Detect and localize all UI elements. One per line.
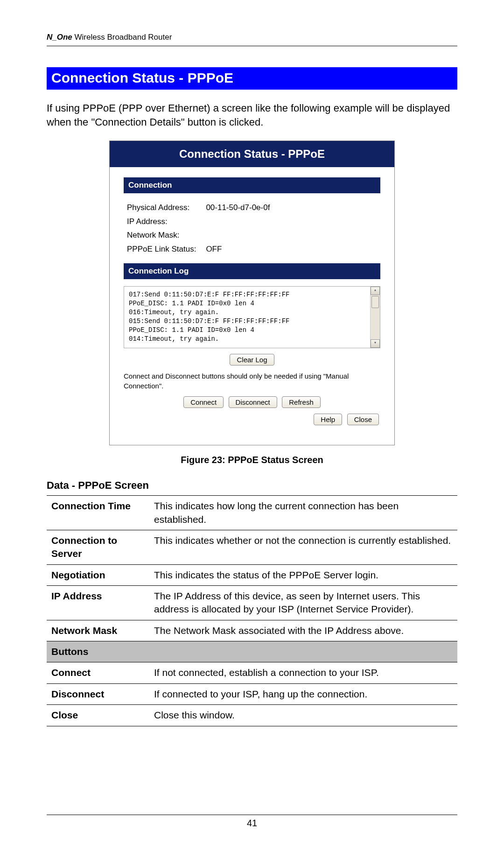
physical-address-value: 00-11-50-d7-0e-0f [205,201,278,214]
row-desc: Close this window. [149,705,457,726]
buttons-section-header: Buttons [47,641,457,662]
connection-panel-header: Connection [124,177,380,193]
connection-log-header: Connection Log [124,263,380,279]
table-row: IP AddressThe IP Address of this device,… [47,586,457,620]
intro-text: If using PPPoE (PPP over Ethernet) a scr… [47,101,457,129]
row-desc: If not connected, establish a connection… [149,662,457,683]
table-row: Connection to ServerThis indicates wheth… [47,530,457,565]
table-row: NegotiationThis indicates the status of … [47,564,457,585]
row-label: Disconnect [47,683,149,704]
table-section-row: Buttons [47,641,457,662]
page-number: 41 [47,815,457,829]
network-mask-value [205,229,278,242]
physical-address-label: Physical Address: [126,201,204,214]
help-button[interactable]: Help [314,414,342,425]
row-label: Network Mask [47,620,149,641]
data-heading: Data - PPPoE Screen [47,479,457,492]
log-content: 017:Send 0:11:50:D7:E:F FF:FF:FF:FF:FF:F… [129,291,289,342]
row-desc: The Network Mask associated with the IP … [149,620,457,641]
table-row: CloseClose this window. [47,705,457,726]
row-label: IP Address [47,586,149,620]
scroll-down-icon[interactable]: ▾ [371,339,380,348]
ip-address-label: IP Address: [126,215,204,228]
document-header: N_One Wireless Broadband Router [47,33,457,46]
pppoe-status-screenshot: Connection Status - PPPoE Connection Phy… [109,141,395,445]
row-label: Close [47,705,149,726]
manual-connection-note: Connect and Disconnect buttons should on… [124,371,380,391]
refresh-button[interactable]: Refresh [282,396,321,408]
clear-log-button[interactable]: Clear Log [230,354,274,366]
table-row: DisconnectIf connected to your ISP, hang… [47,683,457,704]
data-table: Connection TimeThis indicates how long t… [47,495,457,726]
figure-caption: Figure 23: PPPoE Status Screen [47,455,457,465]
row-label: Connection to Server [47,530,149,565]
row-label: Negotiation [47,564,149,585]
scroll-thumb[interactable] [371,296,379,308]
row-label: Connect [47,662,149,683]
scroll-up-icon[interactable]: ▴ [371,287,380,295]
section-title: Connection Status - PPPoE [47,67,457,90]
table-row: Connection TimeThis indicates how long t… [47,496,457,530]
connection-log-textarea[interactable]: 017:Send 0:11:50:D7:E:F FF:FF:FF:FF:FF:F… [124,286,380,348]
link-status-value: OFF [205,243,278,256]
header-rest: Wireless Broadband Router [72,33,172,42]
log-scrollbar[interactable]: ▴▾ [370,287,380,348]
connect-button[interactable]: Connect [183,396,224,408]
close-button[interactable]: Close [347,414,379,425]
table-row: ConnectIf not connected, establish a con… [47,662,457,683]
connection-fields: Physical Address:00-11-50-d7-0e-0f IP Ad… [126,200,279,256]
screenshot-title: Connection Status - PPPoE [110,141,394,167]
ip-address-value [205,215,278,228]
row-desc: This indicates the status of the PPPoE S… [149,564,457,585]
header-prefix: N_One [47,33,72,42]
table-row: Network MaskThe Network Mask associated … [47,620,457,641]
row-desc: If connected to your ISP, hang up the co… [149,683,457,704]
row-desc: This indicates whether or not the connec… [149,530,457,565]
disconnect-button[interactable]: Disconnect [229,396,277,408]
row-label: Connection Time [47,496,149,530]
row-desc: The IP Address of this device, as seen b… [149,586,457,620]
link-status-label: PPPoE Link Status: [126,243,204,256]
row-desc: This indicates how long the current conn… [149,496,457,530]
network-mask-label: Network Mask: [126,229,204,242]
